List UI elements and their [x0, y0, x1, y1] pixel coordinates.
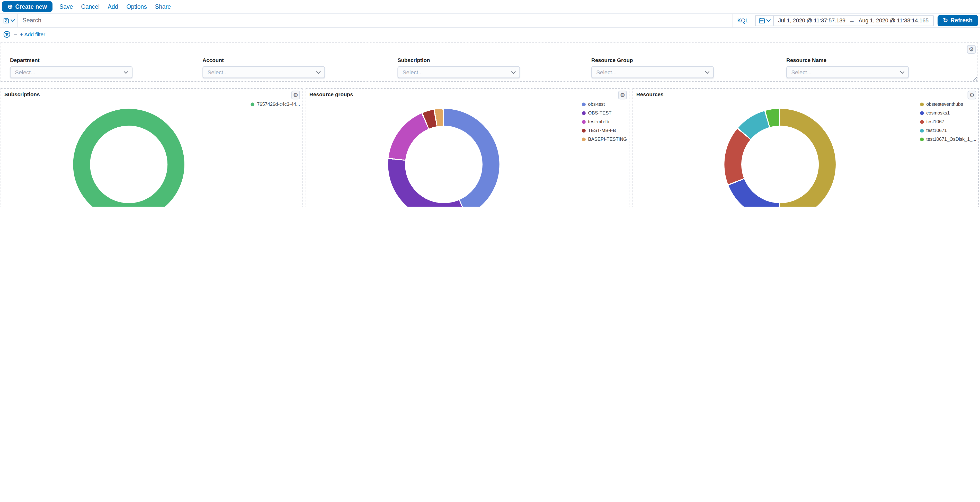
gear-icon[interactable]: ⚙: [967, 45, 976, 54]
date-picker: Jul 1, 2020 @ 11:37:57.139 → Aug 1, 2020…: [755, 15, 934, 26]
create-new-label: Create new: [15, 3, 47, 10]
date-to[interactable]: Aug 1, 2020 @ 11:38:14.165: [859, 17, 929, 24]
calendar-menu-button[interactable]: [756, 16, 774, 25]
panel-resource-groups: Resource groups ⚙ obs-testOBS-TESTtest-m…: [305, 88, 629, 207]
create-new-button[interactable]: ⊕ Create new: [2, 1, 52, 12]
toolbar-link-add[interactable]: Add: [108, 3, 118, 10]
filter-group-subscription: SubscriptionSelect...: [398, 57, 520, 78]
divider: [14, 34, 17, 35]
panel-filter-controls: ⚙ DepartmentSelect...AccountSelect...Sub…: [0, 43, 978, 82]
gear-icon[interactable]: ⚙: [618, 91, 627, 99]
legend-swatch: [920, 137, 924, 141]
filter-select-resource-group[interactable]: Select...: [591, 66, 714, 78]
legend-swatch: [251, 102, 255, 106]
top-toolbar: ⊕ Create new SaveCancelAddOptionsShare: [0, 0, 980, 13]
save-icon: [3, 17, 9, 24]
panel-resources: Resources ⚙ obstesteventhubscosmosks1tes…: [633, 88, 979, 207]
legend-label: 7657426d-c4c3-44...: [257, 101, 300, 107]
toolbar-link-options[interactable]: Options: [126, 3, 147, 10]
query-bar: KQL Jul 1, 2020 @ 11:37:57.139 → Aug 1, …: [0, 13, 980, 27]
legend-label: obstesteventhubs: [926, 101, 963, 107]
select-placeholder: Select...: [15, 69, 35, 75]
legend-item[interactable]: cosmosks1: [920, 110, 950, 116]
date-from[interactable]: Jul 1, 2020 @ 11:37:57.139: [778, 17, 845, 24]
legend-swatch: [582, 128, 586, 132]
legend-item[interactable]: obstesteventhubs: [920, 101, 963, 107]
legend-item[interactable]: BASEPI-TESTING: [582, 136, 627, 142]
legend-label: test10671_OsDisk_1_...: [926, 136, 977, 142]
chevron-down-icon: [766, 18, 771, 22]
toolbar-link-cancel[interactable]: Cancel: [81, 3, 100, 10]
legend-swatch: [920, 102, 924, 106]
search-input[interactable]: [18, 14, 733, 27]
filter-select-resource-name[interactable]: Select...: [786, 66, 909, 78]
legend: obs-testOBS-TESTtest-mb-fbTEST-MB-FBBASE…: [582, 101, 627, 142]
add-filter-button[interactable]: + Add filter: [20, 31, 45, 38]
filter-group-resource-group: Resource GroupSelect...: [591, 57, 714, 78]
filter-label: Account: [202, 57, 325, 63]
legend-swatch: [582, 102, 586, 106]
filter-label: Department: [10, 57, 132, 63]
kql-language-button[interactable]: KQL: [733, 14, 752, 27]
legend-item[interactable]: OBS-TEST: [582, 110, 611, 116]
legend-item[interactable]: test10671: [920, 127, 947, 133]
chevron-down-icon: [705, 70, 710, 74]
calendar-icon: [759, 17, 765, 24]
legend-label: OBS-TEST: [588, 110, 611, 116]
legend-swatch: [582, 111, 586, 115]
refresh-icon: ↻: [943, 17, 948, 24]
filter-label: Subscription: [398, 57, 520, 63]
date-range: Jul 1, 2020 @ 11:37:57.139 → Aug 1, 2020…: [774, 17, 933, 24]
legend-swatch: [920, 120, 924, 124]
range-arrow-icon: →: [850, 17, 855, 24]
filter-bar: + Add filter: [0, 27, 980, 41]
panel-title: Resources: [636, 91, 663, 97]
legend-swatch: [920, 128, 924, 132]
filter-group-resource-name: Resource NameSelect...: [786, 57, 909, 78]
panel-title: Subscriptions: [4, 91, 40, 97]
legend-label: obs-test: [588, 101, 605, 107]
gear-icon[interactable]: ⚙: [968, 91, 977, 99]
legend-item[interactable]: obs-test: [582, 101, 605, 107]
legend-label: TEST-MB-FB: [588, 127, 616, 133]
legend-swatch: [582, 120, 586, 124]
legend-label: test-mb-fb: [588, 119, 609, 124]
toolbar-links: SaveCancelAddOptionsShare: [59, 3, 171, 10]
legend-label: test1067: [926, 119, 944, 124]
toolbar-link-save[interactable]: Save: [59, 3, 73, 10]
legend-swatch: [582, 137, 586, 141]
legend-item[interactable]: 7657426d-c4c3-44...: [251, 101, 300, 107]
legend-label: BASEPI-TESTING: [588, 136, 627, 142]
filter-select-subscription[interactable]: Select...: [398, 66, 520, 78]
resize-handle[interactable]: [971, 75, 977, 81]
legend-label: cosmosks1: [926, 110, 950, 116]
plus-circle-icon: ⊕: [8, 3, 13, 10]
filter-group-department: DepartmentSelect...: [10, 57, 132, 78]
filter-label: Resource Group: [591, 57, 714, 63]
filter-group-account: AccountSelect...: [202, 57, 325, 78]
gear-icon[interactable]: ⚙: [291, 91, 300, 99]
subscriptions-donut-chart: [73, 109, 185, 207]
chevron-down-icon: [900, 70, 904, 74]
panel-title: Resource groups: [309, 91, 353, 97]
filter-select-account[interactable]: Select...: [202, 66, 325, 78]
panel-subscriptions: Subscriptions ⚙ 7657426d-c4c3-44...: [0, 88, 302, 207]
legend: obstesteventhubscosmosks1test1067test106…: [920, 101, 977, 142]
legend-item[interactable]: test1067: [920, 119, 944, 124]
chevron-down-icon: [10, 18, 15, 22]
select-placeholder: Select...: [208, 69, 228, 75]
legend-item[interactable]: test10671_OsDisk_1_...: [920, 136, 977, 142]
refresh-button[interactable]: ↻ Refresh: [937, 15, 978, 26]
legend: 7657426d-c4c3-44...: [251, 101, 300, 107]
resource-groups-donut-chart: [388, 109, 500, 207]
filter-label: Resource Name: [786, 57, 909, 63]
legend-item[interactable]: test-mb-fb: [582, 119, 609, 124]
select-placeholder: Select...: [791, 69, 811, 75]
select-placeholder: Select...: [596, 69, 617, 75]
filter-icon[interactable]: [3, 30, 11, 38]
filter-select-department[interactable]: Select...: [10, 66, 132, 78]
saved-query-menu-button[interactable]: [0, 14, 18, 27]
chevron-down-icon: [124, 70, 128, 74]
legend-item[interactable]: TEST-MB-FB: [582, 127, 616, 133]
toolbar-link-share[interactable]: Share: [155, 3, 171, 10]
